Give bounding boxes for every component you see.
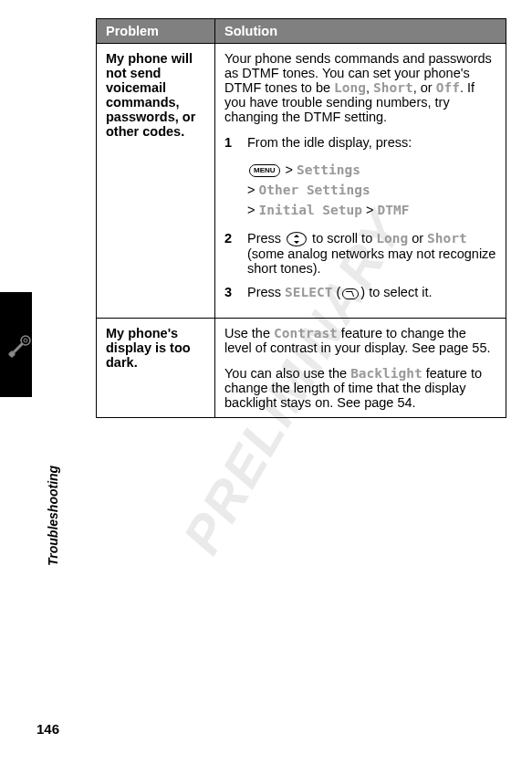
menu-button-icon: MENU [249,164,280,177]
side-section-label: Troubleshooting [46,466,60,566]
step-text: Press to scroll to Long or Short (some a… [247,231,496,276]
wrench-gear-icon [7,333,33,359]
header-solution: Solution [215,19,506,44]
step-text: From the idle display, press: [247,135,496,150]
step-number: 2 [224,231,247,246]
step-text: Press SELECT () to select it. [247,285,496,299]
page-number: 146 [37,721,59,737]
menu-option-backlight: Backlight [350,366,422,381]
solution-cell: Use the Contrast feature to change the l… [215,319,506,418]
table-row: My phone's display is too dark. Use the … [97,319,506,418]
menu-option-contrast: Contrast [274,326,338,340]
problem-cell: My phone will not send voicemail command… [97,44,215,319]
para-text: Use the Contrast feature to change the l… [224,326,496,355]
menu-option-select: SELECT [285,285,332,299]
step-item: 2 Press to scroll to Long or Short (some… [224,231,496,276]
header-problem: Problem [97,19,215,44]
menu-path-other: Other Settings [259,183,370,197]
menu-path-settings: Settings [297,162,360,177]
step-number: 1 [224,135,247,150]
steps-list-cont: 2 Press to scroll to Long or Short (some… [224,231,496,299]
menu-option-long: Long [376,231,408,246]
svg-point-1 [24,339,27,342]
menu-path-dtmf: DTMF [378,203,410,217]
menu-option-short: Short [427,231,467,246]
step-item: 3 Press SELECT () to select it. [224,285,496,299]
table-row: My phone will not send voicemail command… [97,44,506,319]
problem-cell: My phone's display is too dark. [97,319,215,418]
para-text: You can also use the Backlight feature t… [224,366,496,410]
troubleshooting-table: Problem Solution My phone will not send … [96,18,506,418]
solution-cell: Your phone sends commands and passwords … [215,44,506,319]
step-item: 1 From the idle display, press: [224,135,496,150]
menu-option-short: Short [373,80,413,95]
menu-path-initial: Initial Setup [259,203,363,217]
navigation-path: MENU > Settings > Other Settings > Initi… [224,161,496,220]
steps-list: 1 From the idle display, press: [224,135,496,150]
menu-option-off: Off [436,80,460,95]
softkey-icon [342,288,359,299]
intro-text: Your phone sends commands and passwords … [224,51,496,124]
menu-option-long: Long [334,80,366,95]
scroll-button-icon [287,232,307,246]
step-number: 3 [224,285,247,299]
